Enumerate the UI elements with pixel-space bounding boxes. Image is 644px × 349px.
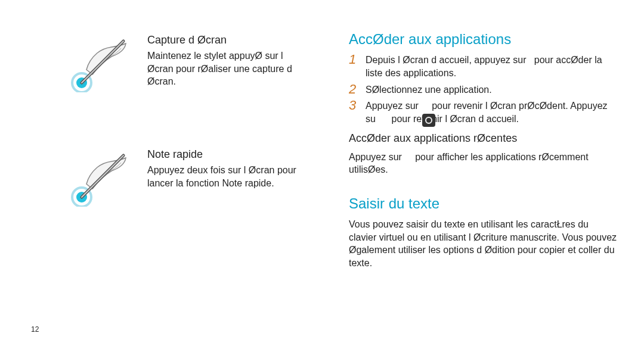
svg-line-3	[82, 41, 123, 83]
section-text-body: Vous pouvez saisir du texte en utilisant…	[349, 218, 617, 269]
feature-quicknote-text: Note rapide Appuyez deux fois sur l Øcra…	[147, 147, 298, 189]
section-recent-title: AccØder aux applications rØcentes	[349, 131, 617, 145]
manual-page: Capture d Øcran Maintenez le stylet appu…	[0, 0, 644, 349]
right-column: AccØder aux applications 1 Depuis l Øcra…	[331, 30, 617, 275]
feature-quicknote: Note rapide Appuyez deux fois sur l Øcra…	[69, 147, 298, 207]
step-number: 1	[349, 53, 361, 66]
stylus-double-tap-icon	[69, 147, 134, 207]
section-apps-title: AccØder aux applications	[349, 30, 617, 49]
section-recent-body: Appuyez sur pour afficher les applicatio…	[349, 151, 617, 176]
step-text: SØlectionnez une application.	[366, 83, 617, 96]
home-button-icon	[422, 114, 435, 127]
feature-capture: Capture d Øcran Maintenez le stylet appu…	[69, 33, 298, 92]
feature-quicknote-title: Note rapide	[147, 147, 298, 161]
feature-quicknote-body: Appuyez deux fois sur l Øcran pour lance…	[147, 164, 298, 189]
feature-capture-title: Capture d Øcran	[147, 33, 298, 47]
step-number: 3	[349, 99, 361, 112]
step-text: Appuyez sur pour revenir l Øcran prØcØde…	[366, 99, 617, 125]
step-number: 2	[349, 83, 361, 96]
step-1: 1 Depuis l Øcran d accueil, appuyez sur …	[349, 54, 617, 79]
section-text-title: Saisir du texte	[349, 194, 617, 213]
page-number: 12	[31, 325, 39, 334]
step-2: 2 SØlectionnez une application.	[349, 83, 617, 96]
section-apps-steps: 1 Depuis l Øcran d accueil, appuyez sur …	[349, 54, 617, 125]
svg-line-7	[82, 155, 123, 197]
stylus-press-hold-icon	[69, 33, 134, 92]
step-3: 3 Appuyez sur pour revenir l Øcran prØcØ…	[349, 99, 617, 125]
feature-capture-body: Maintenez le stylet appuyØ sur l Øcran p…	[147, 49, 298, 88]
left-column: Capture d Øcran Maintenez le stylet appu…	[69, 33, 298, 207]
step-text: Depuis l Øcran d accueil, appuyez sur po…	[366, 54, 617, 79]
feature-capture-text: Capture d Øcran Maintenez le stylet appu…	[147, 33, 298, 88]
